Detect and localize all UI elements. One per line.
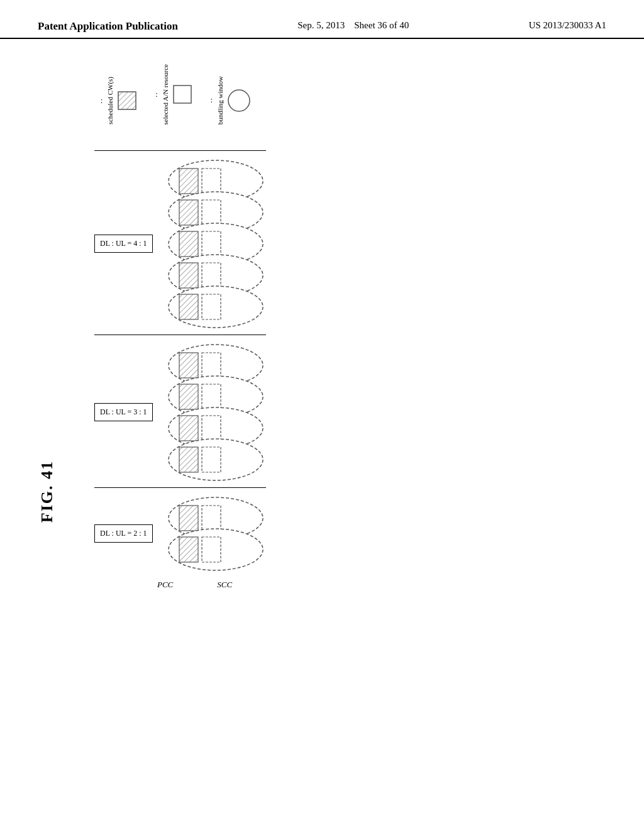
sheet-info: Sheet 36 of 40: [354, 20, 409, 30]
legend-text-selected-an: selected A/N resource: [162, 64, 169, 125]
bottom-row: DL : UL = 4 : 1: [94, 150, 266, 590]
section-label-3-1: DL : UL = 3 : 1: [94, 403, 153, 421]
diagram-area: : scheduled CW(s) : selected A/N resourc…: [94, 64, 606, 794]
colon-1: :: [101, 96, 103, 106]
patent-number: US 2013/230033 A1: [529, 20, 606, 31]
svg-rect-31: [179, 447, 198, 472]
page-header: Patent Application Publication Sep. 5, 2…: [0, 0, 644, 39]
all-sections: DL : UL = 4 : 1: [94, 150, 266, 590]
svg-rect-0: [118, 92, 136, 109]
svg-rect-32: [202, 447, 221, 472]
ellipse-row-5-4-1: [165, 284, 266, 329]
publication-title: Patent Application Publication: [38, 20, 178, 33]
pcc-label: PCC: [157, 580, 173, 590]
svg-rect-40: [202, 537, 221, 562]
main-content: FIG. 41 : scheduled CW(s) :: [0, 39, 644, 819]
section-label-4-1: DL : UL = 4 : 1: [94, 235, 153, 253]
colon-3: :: [211, 96, 213, 105]
svg-rect-2: [174, 86, 191, 103]
legend: : scheduled CW(s) : selected A/N resourc…: [94, 64, 250, 125]
ellipse-group-3-1: [165, 343, 266, 482]
svg-rect-19: [202, 294, 221, 319]
legend-shape-selected-an: [173, 85, 192, 104]
ellipse-group-2-1: [165, 495, 266, 572]
header-center: Sep. 5, 2013 Sheet 36 of 40: [297, 20, 409, 31]
legend-item-scheduled-cw: : scheduled CW(s): [101, 77, 136, 124]
legend-item-bundling-window: : bundling window: [211, 76, 250, 124]
legend-text-bundling-window: bundling window: [216, 76, 224, 124]
legend-shape-scheduled-cw: [118, 91, 136, 110]
svg-rect-18: [179, 294, 198, 319]
figure-label: FIG. 41: [38, 460, 57, 523]
scc-label: SCC: [217, 580, 232, 590]
pcc-scc-row: PCC SCC: [94, 580, 266, 590]
ellipse-row-2-2-1: [165, 527, 266, 572]
section-2-1: DL : UL = 2 : 1: [94, 487, 266, 572]
svg-rect-39: [179, 537, 198, 562]
svg-point-3: [228, 90, 250, 111]
ellipse-group-4-1: [165, 158, 266, 329]
legend-shape-bundling-window: [228, 89, 250, 112]
publication-date: Sep. 5, 2013: [297, 20, 345, 30]
section-label-2-1: DL : UL = 2 : 1: [94, 524, 153, 543]
legend-item-selected-an: : selected A/N resource: [155, 64, 191, 125]
ellipse-row-4-3-1: [165, 437, 266, 482]
section-4-1: DL : UL = 4 : 1: [94, 150, 266, 329]
legend-text-scheduled-cw: scheduled CW(s): [106, 77, 114, 124]
section-3-1: DL : UL = 3 : 1: [94, 335, 266, 482]
colon-2: :: [155, 90, 157, 99]
